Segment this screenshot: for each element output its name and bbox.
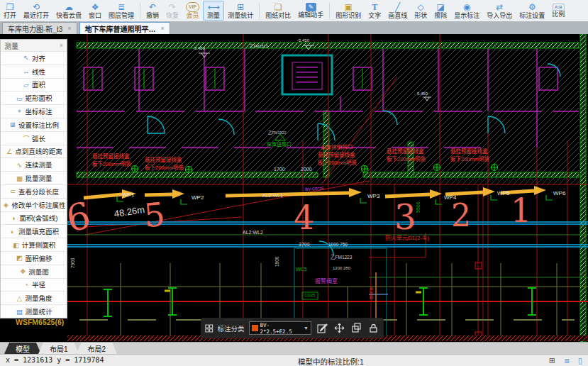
batch-measure-icon: ▦ (15, 174, 23, 182)
move-annotation-button[interactable] (333, 322, 345, 335)
shape-tool-button[interactable]: ◇形状 (411, 1, 431, 21)
tool-side-area[interactable]: ◧计算侧面积 (1, 238, 67, 251)
window-button[interactable]: ❖窗口 (85, 1, 105, 21)
recent-icon: ⟲ (33, 2, 40, 12)
tool-scale-setting[interactable]: ⊞设置标注比例 (1, 118, 67, 131)
measure-label: 测量 (207, 13, 220, 19)
lock-annotation-button[interactable] (367, 322, 379, 335)
layers-icon: ≣ (118, 2, 125, 12)
tool-point-line-distance[interactable]: ∠点到直线的距离 (1, 145, 67, 158)
tool-measure-map[interactable]: ❖测量图 (1, 265, 67, 278)
handwritten-number[interactable]: 4 (294, 199, 314, 237)
toolbar-separator (140, 3, 140, 18)
measure-stats-button[interactable]: ⊞测量统计 (224, 1, 257, 21)
open-label: 打开 (4, 13, 16, 19)
rect-area-icon: ▭ (15, 94, 23, 102)
tool-label: 测量统计 (25, 306, 52, 316)
tab-layout1[interactable]: 布局1 (38, 343, 79, 354)
wp-label: WP2 (192, 194, 204, 201)
handwritten-number[interactable]: 3 (394, 197, 416, 237)
cad-canvas[interactable]: 悬挂预留接线盒板下200mm明装 悬挂预留接线盒板下200mm明装 悬挂预留接线… (0, 34, 588, 342)
assistant-icon: ✎ (306, 3, 316, 11)
handwritten-number[interactable]: 1 (511, 192, 531, 230)
tool-segment-length[interactable]: ⊂查看分段长度 (1, 184, 67, 198)
phone-icon[interactable]: ▯ (578, 356, 582, 365)
tool-label: 连续测量 (25, 160, 52, 170)
tool-edit-annotation-attr[interactable]: ◈修改单个标注属性 (1, 198, 67, 211)
handwritten-number[interactable]: 5 (143, 195, 167, 235)
copy-annotation-button[interactable] (350, 322, 362, 335)
linear-icon: ↔ (22, 67, 30, 75)
vent-label-green: 车库进风口 (267, 142, 292, 148)
close-icon[interactable]: × (161, 25, 165, 32)
junction-note: 悬挂预留接线盒板下200mm明装 (387, 148, 426, 163)
undo-button[interactable]: ↶撤销 (143, 1, 162, 21)
tool-continuous-measure[interactable]: ∿连续测量 (1, 157, 67, 171)
toolbar-separator (329, 3, 330, 18)
eraser-icon: ◪ (437, 2, 445, 12)
grid-view-icon[interactable]: ⊞ (549, 356, 555, 365)
tool-fill-area[interactable]: ◐测量填充面积 (1, 224, 67, 238)
recent-open-button[interactable]: ⟲最近打开 (20, 1, 52, 21)
ratio-button[interactable]: A:B比例 (548, 1, 568, 21)
eye-icon: ◉ (463, 2, 470, 12)
text-tool-button[interactable]: T文字 (365, 1, 384, 21)
shape-icon: ◇ (418, 2, 424, 12)
stats-icon: ⊞ (237, 2, 244, 12)
close-icon[interactable]: × (67, 25, 71, 32)
annotation-settings-button[interactable]: ⚙标注设置 (516, 1, 548, 21)
layer-manager-button[interactable]: ≣图层管理 (105, 1, 138, 21)
shape-recognition-button[interactable]: ▣图形识别 (332, 1, 365, 21)
tool-arc-length[interactable]: ⌒弧长 (1, 131, 67, 145)
ratio-icon: A:B (553, 4, 565, 11)
text-label: 文字 (368, 13, 381, 19)
close-icon[interactable]: × (60, 42, 63, 49)
cad-viewer-window: ❐打开 ⟲最近打开 ☁快看云盘 ❖窗口 ≣图层管理 ↶撤销 ↷恢复 VIP会员 … (0, 0, 588, 366)
tool-measure-stats[interactable]: ▤测量统计 (1, 304, 67, 318)
cloud-drive-button[interactable]: ☁快看云盘 (52, 1, 85, 21)
tool-coordinate[interactable]: ⌖坐标标注 (1, 104, 67, 118)
tool-area-with-arc[interactable]: ◗面积(含弧线) (1, 211, 67, 225)
tool-batch-measure[interactable]: ▦批量测量 (1, 171, 67, 184)
show-annotations-button[interactable]: ◉显示标注 (450, 1, 483, 21)
tool-radius[interactable]: ◔半径 (1, 278, 67, 292)
window-icon: ❖ (91, 2, 99, 12)
tool-align[interactable]: ↖对齐 (1, 51, 67, 65)
tool-rect-area[interactable]: ▭矩形面积 (1, 91, 67, 104)
tab-layout2[interactable]: 布局2 (77, 343, 118, 354)
drawing-compare-button[interactable]: ❏图纸对比 (262, 1, 294, 21)
edit-annotation-button[interactable] (316, 322, 328, 335)
edit-assistant-button[interactable]: ✎编辑助手 (294, 1, 327, 21)
vent-label-red: 车库排烟风口 (321, 144, 353, 151)
measure-button[interactable]: ⟷测量 (203, 1, 224, 21)
handwritten-number[interactable]: 2 (451, 197, 471, 233)
category-grid-icon[interactable] (205, 323, 213, 333)
door-label: 乙FM1522 (268, 131, 287, 135)
eraser-button[interactable]: ◪擦除 (431, 1, 450, 21)
tool-area-offset[interactable]: ◩面积偏移 (1, 251, 67, 265)
monitor-icon[interactable]: ⧈ (565, 356, 570, 365)
vip-icon: VIP (186, 2, 199, 12)
tool-area[interactable]: ▱面积 (1, 78, 67, 92)
dimension-text: 1700 (274, 167, 285, 172)
dimension-text: 1000 750 (328, 242, 348, 247)
segment-length-icon: ⊂ (9, 187, 17, 195)
elevator-core (282, 55, 332, 94)
tab-garage-power-plan[interactable]: 车库电力图-新_t3 × (2, 22, 77, 34)
chevron-down-icon: ▼ (304, 326, 309, 331)
redo-button: ↷恢复 (162, 1, 182, 21)
open-button[interactable]: ❐打开 (0, 1, 20, 21)
tool-angle[interactable]: △测量角度 (1, 291, 67, 304)
undo-icon: ↶ (149, 2, 156, 12)
floor-plan-svg (0, 34, 588, 342)
draw-line-button[interactable]: ╱画直线 (384, 1, 411, 21)
tab-model[interactable]: 模型 (4, 343, 41, 354)
annotation-class-dropdown[interactable]: BV-2*2.5+E2.5 ▼ (249, 321, 311, 335)
junction-note: 悬挂预留接线盒板下200mm明装 (318, 152, 357, 167)
coordinate-icon: ⌖ (15, 107, 23, 116)
tool-label: 查看分段长度 (18, 187, 59, 196)
import-export-button[interactable]: ⇄导入导出 (483, 1, 516, 21)
tool-linear[interactable]: ↔线性 (1, 65, 67, 78)
tab-garage-lighting-plan[interactable]: 地下车库普通照明平… × (79, 22, 170, 34)
vip-member-button[interactable]: VIP会员 (182, 1, 203, 21)
